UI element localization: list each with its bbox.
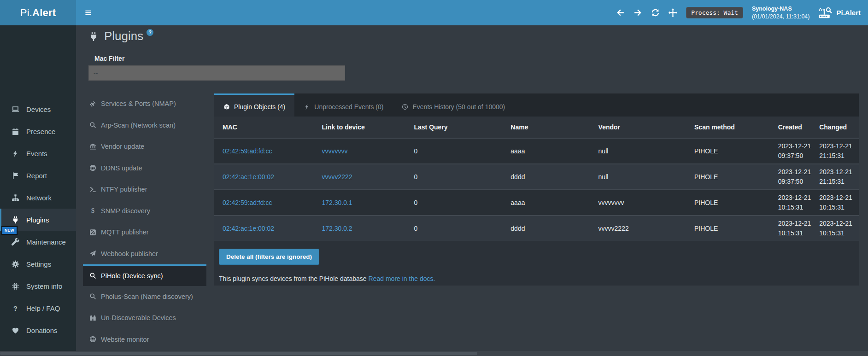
docs-link[interactable]: Read more in the docs.	[369, 275, 435, 282]
host-name: Synology-NAS	[752, 5, 810, 13]
plugin-description: This plugin syncs devices from the PiHol…	[219, 275, 859, 282]
refresh-icon[interactable]	[651, 8, 660, 17]
topbar-app-name: Pi.Alert	[836, 9, 861, 17]
sidebar-logo-router-search-icon	[0, 25, 9, 35]
sidebar-item[interactable]: Presence	[0, 120, 76, 142]
table-row: 02:42:ac:1e:00:02 172.30.0.2 0 dddd vvvv…	[214, 216, 859, 241]
sidebar-item-icon	[12, 282, 19, 290]
plugin-nav-item[interactable]: Vendor update	[83, 136, 206, 158]
mac-link[interactable]: 02:42:59:ad:fd:cc	[223, 147, 272, 155]
move-arrows-icon[interactable]	[669, 8, 677, 17]
cell-link-to-device: 172.30.0.2	[313, 216, 405, 241]
plugin-nav-item-label: PiHole (Device sync)	[101, 272, 163, 280]
plugin-nav-item[interactable]: S SNMP discovery	[83, 200, 206, 222]
plugin-nav-item[interactable]: NTFY publisher	[83, 179, 206, 200]
sidebar-item-icon	[12, 172, 19, 180]
sidebar-item[interactable]: Donations	[0, 319, 76, 341]
plugin-objects-table: MACLink to deviceLast QueryNameVendorSca…	[214, 117, 859, 241]
cell-vendor: vvvvvvvv	[590, 190, 686, 216]
cell-mac: 02:42:ac:1e:00:02	[214, 216, 313, 241]
horizontal-scrollbar-thumb[interactable]	[0, 352, 477, 355]
nav-forward-icon[interactable]	[633, 8, 642, 17]
table-header-row: MACLink to deviceLast QueryNameVendorSca…	[214, 117, 859, 138]
table-header-cell: Name	[502, 117, 590, 138]
plugin-nav-item[interactable]: Un-Discoverable Devices	[83, 307, 206, 329]
sidebar-item-icon	[12, 194, 19, 202]
plugin-nav-item[interactable]: Website monitor	[83, 329, 206, 350]
mac-filter-label: Mac Filter	[94, 55, 124, 62]
sidebar-item[interactable]: Events	[0, 142, 76, 164]
mac-link[interactable]: 02:42:ac:1e:00:02	[223, 173, 274, 181]
tab-label: Unprocessed Events (0)	[314, 103, 383, 111]
device-link[interactable]: vvvvv2222	[322, 173, 352, 181]
mac-link[interactable]: 02:42:ac:1e:00:02	[223, 225, 274, 232]
cell-vendor: null	[590, 164, 686, 190]
tab-icon	[304, 104, 310, 110]
app-logo: Pi.Alert	[0, 0, 76, 25]
cell-name: aaaa	[502, 138, 590, 164]
device-link[interactable]: 172.30.0.1	[322, 199, 352, 206]
cell-link-to-device: 172.30.0.1	[313, 190, 405, 216]
plugin-nav-item-label: NTFY publisher	[101, 186, 147, 193]
sidebar-item[interactable]: System info	[0, 275, 76, 297]
delete-all-button[interactable]: Delete all (filters are ignored)	[219, 249, 319, 265]
cell-scan-method: PIHOLE	[686, 138, 774, 164]
table-header-cell: Link to device	[313, 117, 405, 138]
app-logo-alert: Alert	[32, 7, 56, 19]
horizontal-scrollbar[interactable]	[0, 351, 868, 356]
sidebar-item[interactable]: Report	[0, 164, 76, 187]
router-search-icon	[818, 7, 832, 18]
sidebar-item[interactable]: ? Help / FAQ	[0, 297, 76, 319]
plugin-nav-item[interactable]: Webhook publisher	[83, 243, 206, 265]
sidebar-item[interactable]: Settings	[0, 253, 76, 275]
sidebar-item-icon	[12, 128, 19, 135]
tab[interactable]: Events History (50 out of 10000)	[393, 93, 514, 117]
table-header-cell: Changed	[815, 117, 859, 138]
sidebar-item[interactable]: Devices	[0, 98, 76, 120]
plugin-nav-item[interactable]: DDNS update	[83, 158, 206, 179]
mac-filter-input[interactable]	[88, 65, 345, 81]
plug-icon	[88, 31, 99, 41]
sidebar-item-label: Donations	[26, 327, 58, 334]
table-header-cell: MAC	[214, 117, 313, 138]
plugin-nav-item-icon	[89, 229, 96, 236]
plugin-nav-item[interactable]: PiHole (Device sync)	[83, 264, 206, 286]
sidebar-item-icon	[12, 150, 19, 158]
sidebar-menu: Devices Presence Events Report Network	[0, 98, 76, 341]
sidebar-item[interactable]: Network	[0, 187, 76, 209]
sidebar-item-label: Settings	[26, 260, 51, 268]
plugin-nav-item[interactable]: Arp-Scan (Network scan)	[83, 115, 206, 136]
cell-link-to-device: vvvvv2222	[313, 164, 405, 190]
nav-back-icon[interactable]	[616, 8, 625, 17]
table-row: 02:42:59:ad:fd:cc vvvvvvvv 0 aaaa null P…	[214, 138, 859, 164]
cell-changed: 2023-12-21 10:15:31	[815, 216, 859, 241]
plugin-nav-item-label: MQTT publisher	[101, 228, 149, 236]
device-link[interactable]: 172.30.0.2	[322, 225, 352, 232]
sidebar-item-label: Network	[26, 194, 52, 202]
sidebar-item[interactable]: Maintenance NEW	[0, 231, 76, 253]
cell-mac: 02:42:ac:1e:00:02	[214, 164, 313, 190]
sidebar-item-label: Presence	[26, 128, 55, 135]
plugin-nav-item-label: Vendor update	[101, 143, 144, 150]
cell-vendor: null	[590, 138, 686, 164]
tab[interactable]: Unprocessed Events (0)	[294, 93, 393, 117]
plugin-nav-item[interactable]: MQTT publisher	[83, 222, 206, 243]
svg-text:?: ?	[13, 304, 18, 312]
table-header-cell: Scan method	[686, 117, 774, 138]
process-status-badge: Process: Wait	[686, 7, 743, 18]
svg-text:S: S	[91, 207, 95, 214]
plugin-nav-item-icon	[89, 143, 96, 150]
help-badge[interactable]: ?	[147, 29, 153, 36]
tab[interactable]: Plugin Objects (4)	[214, 93, 294, 117]
host-info: Synology-NAS (01/01/2024, 11:31:04)	[752, 5, 810, 21]
mac-link[interactable]: 02:42:59:ad:fd:cc	[223, 199, 272, 206]
sidebar-toggle-icon[interactable]	[83, 9, 93, 17]
plugin-nav-item[interactable]: Services & Ports (NMAP)	[83, 93, 206, 115]
plugin-nav-item-label: Website monitor	[101, 336, 149, 343]
plugin-description-text: This plugin syncs devices from the PiHol…	[219, 275, 367, 282]
device-link[interactable]: vvvvvvvv	[322, 147, 347, 155]
sidebar-item-icon: ?	[12, 304, 19, 312]
plugin-nav-item[interactable]: Pholus-Scan (Name discovery)	[83, 286, 206, 308]
cell-created: 2023-12-21 09:37:50	[774, 138, 816, 164]
plugin-nav-item-icon	[89, 250, 96, 257]
